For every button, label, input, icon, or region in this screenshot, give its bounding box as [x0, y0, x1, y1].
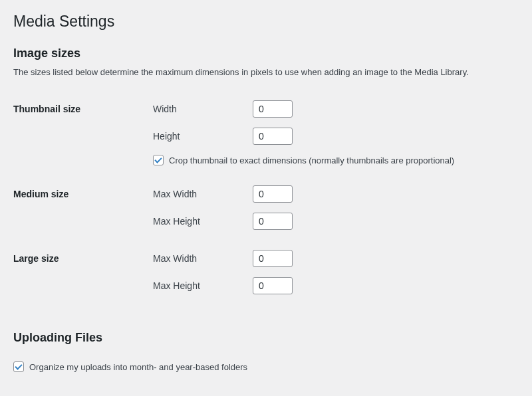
large-max-height-input[interactable] [253, 277, 293, 294]
page-title: Media Settings [13, 7, 519, 33]
large-size-fields: Max Width Max Height [146, 240, 519, 304]
medium-max-height-label: Max Height [153, 216, 253, 227]
thumbnail-width-input[interactable] [253, 100, 293, 118]
large-max-width-label: Max Width [153, 253, 253, 264]
thumbnail-height-row: Height [153, 128, 512, 145]
large-max-width-input[interactable] [253, 250, 293, 267]
medium-max-height-input[interactable] [253, 213, 293, 230]
thumbnail-width-label: Width [153, 104, 253, 114]
medium-max-width-input[interactable] [253, 185, 293, 203]
uploading-files-section: Uploading Files Organize my uploads into… [13, 331, 519, 372]
image-sizes-description: The sizes listed below determine the max… [13, 67, 519, 77]
medium-size-label: Medium size [13, 175, 146, 240]
image-sizes-heading: Image sizes [13, 47, 519, 60]
large-max-width-row: Max Width [153, 250, 512, 267]
form-table: Thumbnail size Width Height Crop thumbna… [13, 90, 519, 304]
thumbnail-crop-label[interactable]: Crop thumbnail to exact dimensions (norm… [169, 155, 454, 165]
large-max-height-label: Max Height [153, 280, 253, 291]
thumbnail-height-label: Height [153, 131, 253, 142]
thumbnail-width-row: Width [153, 100, 512, 118]
thumbnail-crop-row: Crop thumbnail to exact dimensions (norm… [153, 155, 512, 165]
thumbnail-size-label: Thumbnail size [13, 90, 146, 175]
organize-uploads-label[interactable]: Organize my uploads into month- and year… [29, 362, 247, 372]
large-max-height-row: Max Height [153, 277, 512, 294]
organize-uploads-checkbox[interactable] [13, 361, 24, 372]
medium-max-width-label: Max Width [153, 189, 253, 199]
organize-uploads-row: Organize my uploads into month- and year… [13, 361, 519, 372]
thumbnail-size-fields: Width Height Crop thumbnail to exact dim… [146, 90, 519, 175]
uploading-files-heading: Uploading Files [13, 331, 519, 345]
medium-size-fields: Max Width Max Height [146, 175, 519, 240]
medium-max-height-row: Max Height [153, 213, 512, 230]
thumbnail-height-input[interactable] [253, 128, 293, 145]
large-size-label: Large size [13, 240, 146, 304]
medium-max-width-row: Max Width [153, 185, 512, 203]
large-size-row: Large size Max Width Max Height [13, 240, 519, 304]
thumbnail-crop-checkbox[interactable] [153, 155, 164, 165]
medium-size-row: Medium size Max Width Max Height [13, 175, 519, 240]
thumbnail-size-row: Thumbnail size Width Height Crop thumbna… [13, 90, 519, 175]
